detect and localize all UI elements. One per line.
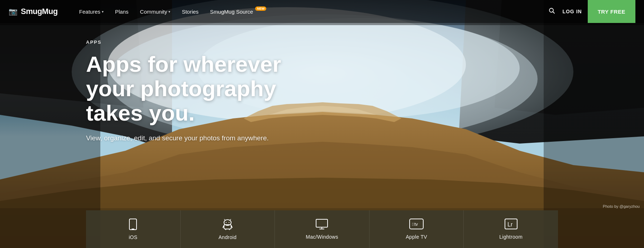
try-free-button[interactable]: TRY FREE bbox=[588, 0, 635, 23]
svg-line-2 bbox=[553, 11, 555, 13]
svg-rect-22 bbox=[132, 229, 134, 229]
search-icon bbox=[549, 8, 555, 14]
apple-tv-label: Apple TV bbox=[406, 234, 427, 240]
logo-icon: 📷 bbox=[9, 8, 19, 15]
svg-text:tv: tv bbox=[414, 221, 418, 227]
ios-label: iOS bbox=[129, 234, 137, 240]
lightroom-icon: Lr bbox=[505, 219, 517, 231]
hero-subtitle: View, organize, edit, and secure your ph… bbox=[86, 134, 644, 142]
hero-section: APPS Apps for wherever your photography … bbox=[0, 0, 644, 248]
new-badge: NEW bbox=[255, 6, 266, 11]
nav-features[interactable]: Features ▾ bbox=[75, 6, 108, 18]
nav-right: LOG IN TRY FREE bbox=[547, 0, 635, 23]
svg-text:📷: 📷 bbox=[9, 8, 18, 15]
nav-links: Features ▾ Plans Community ▾ Stories Smu… bbox=[75, 6, 548, 18]
chevron-down-icon: ▾ bbox=[102, 10, 104, 14]
svg-point-28 bbox=[229, 222, 229, 223]
svg-text:Lr: Lr bbox=[507, 221, 513, 228]
search-button[interactable] bbox=[547, 6, 557, 17]
svg-point-27 bbox=[226, 222, 226, 223]
brand-logo[interactable]: 📷 SmugMug bbox=[9, 7, 58, 16]
nav-source[interactable]: SmugMug Source NEW bbox=[206, 6, 271, 18]
apps-bar: iOS bbox=[86, 210, 558, 248]
nav-plans[interactable]: Plans bbox=[111, 6, 133, 18]
brand-name: SmugMug bbox=[21, 7, 58, 16]
svg-rect-21 bbox=[129, 219, 137, 230]
nav-stories[interactable]: Stories bbox=[177, 6, 203, 18]
section-label: APPS bbox=[86, 39, 644, 45]
app-tab-apple-tv[interactable]:  tv Apple TV bbox=[369, 210, 464, 248]
svg-rect-23 bbox=[132, 219, 134, 219]
ios-icon bbox=[129, 219, 137, 231]
app-tab-ios[interactable]: iOS bbox=[86, 210, 181, 248]
mac-windows-label: Mac/Windows bbox=[306, 234, 338, 240]
photo-credit: Photo by @garyzhou bbox=[603, 204, 640, 209]
svg-line-26 bbox=[230, 219, 231, 220]
login-button[interactable]: LOG IN bbox=[562, 9, 582, 14]
navbar: 📷 SmugMug Features ▾ Plans Community ▾ S… bbox=[0, 0, 644, 23]
apple-tv-icon:  tv bbox=[409, 219, 424, 231]
chevron-down-icon: ▾ bbox=[168, 10, 170, 14]
android-icon bbox=[223, 219, 233, 231]
app-tab-mac-windows[interactable]: Mac/Windows bbox=[275, 210, 369, 248]
svg-rect-34 bbox=[316, 219, 328, 227]
lightroom-label: Lightroom bbox=[499, 234, 523, 240]
svg-line-25 bbox=[224, 219, 225, 220]
app-tab-lightroom[interactable]: Lr Lightroom bbox=[464, 210, 558, 248]
android-label: Android bbox=[219, 234, 237, 240]
svg-text::  bbox=[412, 222, 414, 227]
app-tab-android[interactable]: Android bbox=[181, 210, 275, 248]
hero-title: Apps for wherever your photography takes… bbox=[86, 52, 330, 126]
mac-windows-icon bbox=[316, 219, 328, 231]
nav-community[interactable]: Community ▾ bbox=[136, 6, 175, 18]
